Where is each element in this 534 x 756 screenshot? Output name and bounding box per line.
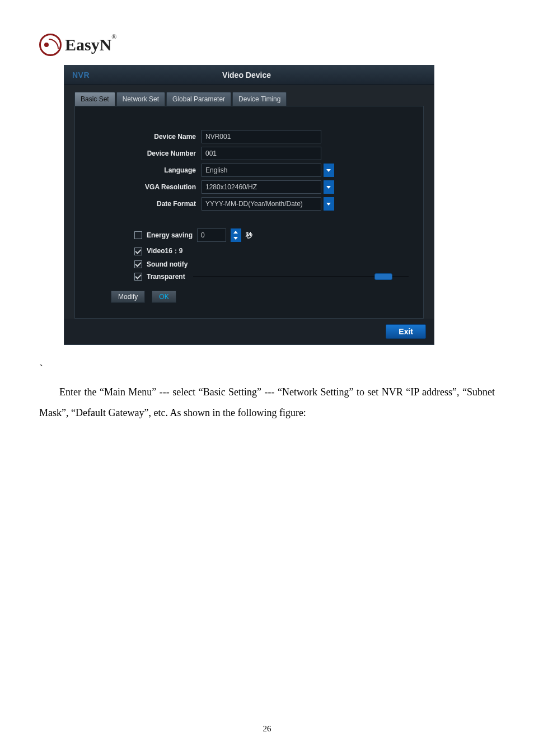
transparent-checkbox[interactable] (134, 273, 142, 281)
dialog-title: Video Device (90, 71, 404, 80)
logo-mark-icon (39, 34, 62, 56)
energy-saving-spinner[interactable] (231, 228, 241, 242)
registered-icon: ® (111, 33, 116, 41)
chevron-down-icon (326, 169, 331, 172)
video-device-dialog: NVR Video Device Basic Set Network Set G… (64, 65, 434, 345)
vga-dropdown-arrow[interactable] (324, 180, 334, 194)
transparent-slider[interactable] (193, 275, 409, 278)
backtick-mark: ` (39, 362, 495, 376)
ok-button[interactable]: OK (152, 291, 176, 303)
instruction-paragraph: Enter the “Main Menu” --- select “Basic … (39, 382, 495, 423)
brand-logo: EasyN® (39, 34, 495, 56)
sound-notify-checkbox[interactable] (134, 260, 142, 268)
transparent-label: Transparent (147, 273, 185, 281)
label-vga-resolution: VGA Resolution (84, 183, 202, 191)
energy-saving-unit: 秒 (246, 231, 252, 240)
tab-panel-basic-set: Device Name Device Number Language (74, 106, 424, 319)
device-name-input[interactable] (202, 130, 321, 143)
video-16-9-checkbox[interactable] (134, 248, 142, 255)
chevron-down-icon (326, 203, 331, 206)
chevron-up-icon (233, 231, 238, 234)
label-device-name: Device Name (84, 133, 202, 141)
tab-basic-set[interactable]: Basic Set (74, 92, 115, 106)
date-format-select[interactable] (202, 197, 321, 211)
exit-button[interactable]: Exit (386, 324, 426, 339)
app-name: NVR (72, 71, 90, 80)
modify-button[interactable]: Modify (111, 291, 145, 303)
dialog-titlebar: NVR Video Device (64, 66, 434, 85)
chevron-down-icon (233, 237, 238, 240)
energy-saving-value[interactable] (197, 228, 226, 242)
chevron-down-icon (326, 186, 331, 189)
slider-thumb[interactable] (374, 273, 392, 280)
energy-saving-checkbox[interactable] (134, 231, 142, 239)
logo-text: EasyN® (65, 35, 116, 54)
sound-notify-label: Sound notify (147, 260, 188, 268)
tab-global-parameter[interactable]: Global Parameter (166, 92, 231, 106)
device-number-input[interactable] (202, 147, 321, 160)
label-device-number: Device Number (84, 150, 202, 157)
tab-device-timing[interactable]: Device Timing (232, 92, 287, 106)
energy-saving-label: Energy saving (147, 231, 193, 239)
label-language: Language (84, 166, 202, 174)
date-format-dropdown-arrow[interactable] (324, 197, 334, 211)
vga-resolution-select[interactable] (202, 180, 321, 194)
language-dropdown-arrow[interactable] (324, 164, 334, 177)
label-date-format: Date Format (84, 200, 202, 208)
language-select[interactable] (202, 164, 321, 177)
video-16-9-label: Video16：9 (147, 246, 182, 256)
tabs: Basic Set Network Set Global Parameter D… (74, 92, 424, 106)
page-number: 26 (0, 724, 534, 734)
tab-network-set[interactable]: Network Set (116, 92, 165, 106)
